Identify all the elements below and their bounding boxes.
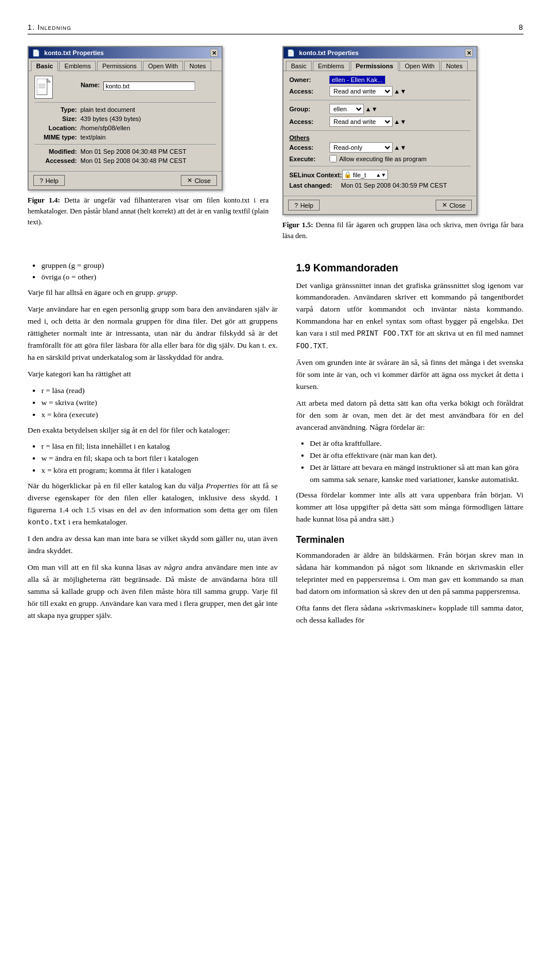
size-value: 439 bytes (439 bytes) [80, 115, 141, 122]
group-select[interactable]: ellen [329, 104, 364, 114]
selinux-row: SELinux Context: 🔒 file_t ▲▼ [289, 170, 471, 180]
figure1-dialog: 📄 konto.txt Properties ✕ Basic Emblems P… [28, 46, 223, 190]
right-para1: Det vanliga gränssnittet innan det grafi… [296, 280, 523, 352]
figure1-caption: Figur 1.4: Detta är ungefär vad filhante… [28, 195, 269, 227]
left-column: gruppen (g = group) övriga (o = other) V… [28, 260, 278, 631]
figures-row: 📄 konto.txt Properties ✕ Basic Emblems P… [28, 46, 523, 246]
figure2-body: Owner: ellen - Ellen Kak... Access: Read… [284, 71, 476, 196]
others-access-select[interactable]: Read-only [329, 142, 393, 153]
file-icon [34, 76, 53, 99]
execute-row: Execute: Allow executing file as program [289, 155, 471, 162]
print-foo-mono: PRINT FOO.TXT [357, 330, 413, 338]
right-write: w = skriva (write) [41, 397, 278, 409]
figure1-caption-text: Detta är ungefär vad filhanteraren visar… [28, 196, 269, 226]
group-access-row: Access: Read and write ▲▼ [289, 116, 471, 127]
adv-1: Det är ofta kraftfullare. [310, 438, 523, 450]
para3: Den exakta betydelsen skiljer sig åt en … [28, 425, 278, 437]
right-execute: x = köra (execute) [41, 409, 278, 421]
nagra-italic: några [164, 563, 183, 571]
execute-text: Allow executing file as program [339, 155, 426, 162]
advantages-list: Det är ofta kraftfullare. Det är ofta ef… [310, 438, 523, 486]
owner-access-label: Access: [289, 88, 329, 95]
tab-emblems[interactable]: Emblems [59, 61, 96, 71]
selinux-label: SELinux Context: [289, 172, 342, 178]
file-write: w = ändra en fil; skapa och ta bort file… [41, 453, 278, 465]
konto-mono1: konto.txt [28, 519, 67, 527]
right-para5: Kommandoraden är äldre än bildskärmen. F… [296, 550, 523, 598]
help-icon: ? [40, 177, 43, 184]
figure1-tabs: Basic Emblems Permissions Open With Note… [29, 59, 222, 71]
accessed-row: Accessed: Mon 01 Sep 2008 04:30:48 PM CE… [34, 157, 216, 164]
tab-open-with[interactable]: Open With [143, 61, 183, 71]
figure2-help-button[interactable]: ? Help [288, 200, 320, 211]
size-label: Size: [34, 115, 80, 122]
name-input[interactable] [103, 81, 195, 91]
accessed-label: Accessed: [34, 157, 80, 164]
figure2-caption-text: Denna fil får ägaren och gruppen läsa oc… [282, 221, 523, 240]
figure1-title: 📄 konto.txt Properties [32, 49, 104, 57]
close2-x-icon: ✕ [442, 201, 447, 209]
tab-notes[interactable]: Notes [184, 61, 211, 71]
figure1-block: 📄 konto.txt Properties ✕ Basic Emblems P… [28, 46, 269, 246]
figure2-caption-label: Figur 1.5: [282, 221, 313, 229]
right-para2: Även om grunden inte är svårare än så, s… [296, 357, 523, 393]
others-label: Others [289, 134, 471, 141]
para2: Varje kategori kan ha rättighet att [28, 368, 278, 380]
tab2-emblems[interactable]: Emblems [313, 61, 350, 71]
svg-marker-1 [47, 79, 51, 82]
tab-permissions[interactable]: Permissions [97, 61, 142, 71]
group-other-list: gruppen (g = group) övriga (o = other) [41, 260, 278, 284]
page-number: 8 [519, 23, 523, 32]
modified-value: Mon 01 Sep 2008 04:30:48 PM CEST [80, 148, 187, 155]
figure2-footer: ? Help ✕ Close [284, 196, 476, 214]
tab2-permissions[interactable]: Permissions [351, 61, 398, 71]
figure2-title: 📄 konto.txt Properties [287, 49, 359, 57]
tab2-basic[interactable]: Basic [286, 61, 312, 71]
others-access-label: Access: [289, 144, 329, 151]
owner-access-row: Access: Read and write ▲▼ [289, 86, 471, 96]
last-changed-row: Last changed: Mon 01 Sep 2008 04:30:59 P… [289, 182, 471, 189]
last-changed-value: Mon 01 Sep 2008 04:30:59 PM CEST [341, 182, 447, 189]
figure1-close-button[interactable]: ✕ Close [181, 175, 217, 186]
name-row: Name: [57, 81, 195, 91]
files-list: r = läsa en fil; lista innehållet i en k… [41, 441, 278, 477]
figure1-help-button[interactable]: ? Help [33, 175, 65, 186]
file-icon-area: Name: [34, 76, 216, 99]
figure1-caption-label: Figur 1.4: [28, 196, 60, 204]
execute-checkbox[interactable] [329, 155, 337, 162]
group-access-select[interactable]: Read and write [329, 116, 393, 127]
adv-3: Det är lättare att bevara en mängd instr… [310, 462, 523, 486]
selinux-value: 🔒 file_t ▲▼ [342, 170, 388, 180]
name-field-area: Name: [57, 81, 195, 93]
tab2-open-with[interactable]: Open With [399, 61, 440, 71]
last-changed-label: Last changed: [289, 182, 341, 189]
tab-basic[interactable]: Basic [31, 61, 58, 71]
mime-label: MIME type: [34, 134, 80, 141]
name-label: Name: [57, 81, 103, 88]
figure1-titlebar: 📄 konto.txt Properties ✕ [29, 47, 222, 59]
owner-row: Owner: ellen - Ellen Kak... [289, 76, 471, 84]
group-label: Group: [289, 106, 329, 112]
main-content: gruppen (g = group) övriga (o = other) V… [28, 260, 523, 631]
close-x-icon: ✕ [187, 177, 192, 184]
right-para4: (Dessa fördelar kommer inte alls att var… [296, 489, 523, 526]
figure1-footer: ? Help ✕ Close [29, 171, 222, 189]
chapter-heading: 1. Inledning 8 [28, 23, 523, 34]
figure1-close-icon[interactable]: ✕ [210, 49, 218, 57]
right-read: r = läsa (read) [41, 385, 278, 397]
owner-access-select[interactable]: Read and write [329, 86, 393, 96]
para6: Om man vill att en fil ska kunna läsas a… [28, 562, 278, 622]
group-row: Group: ellen ▲▼ [289, 104, 471, 114]
type-label: Type: [34, 106, 80, 113]
accessed-value: Mon 01 Sep 2008 04:30:48 PM CEST [80, 157, 187, 164]
foo-txt-mono: FOO.TXT [296, 343, 327, 351]
para5: I den andra av dessa kan man inte bara s… [28, 533, 278, 557]
figure2-close-button[interactable]: ✕ Close [436, 200, 472, 211]
figure2-caption: Figur 1.5: Denna fil får ägaren och grup… [282, 220, 523, 242]
file-execute: x = köra ett program; komma åt filer i k… [41, 465, 278, 477]
figure2-close-icon[interactable]: ✕ [465, 49, 473, 57]
para4: När du högerklickar på en fil eller kata… [28, 480, 278, 528]
rights-list: r = läsa (read) w = skriva (write) x = k… [41, 385, 278, 421]
others-access-row: Access: Read-only ▲▼ [289, 142, 471, 153]
tab2-notes[interactable]: Notes [441, 61, 468, 71]
